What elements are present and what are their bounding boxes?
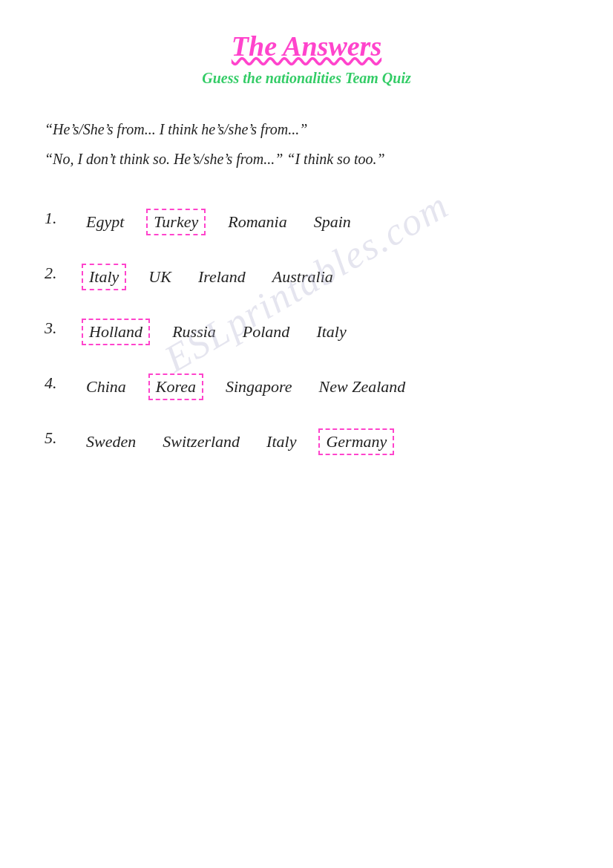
country: UK [144,266,176,288]
quiz-row: 1.EgyptTurkeyRomaniaSpain [45,209,568,235]
country-list: HollandRussiaPolandItaly [82,319,351,345]
phrases-block: “He’s/She’s from... I think he’s/she’s f… [45,117,568,172]
quiz-row: 3.HollandRussiaPolandItaly [45,319,568,345]
country: Sweden [82,431,140,453]
country-list: ChinaKoreaSingaporeNew Zealand [82,373,410,400]
answer-country: Italy [82,264,126,290]
country: Australia [268,266,338,288]
quiz-row: 4.ChinaKoreaSingaporeNew Zealand [45,373,568,400]
country-list: ItalyUKIrelandAustralia [82,264,338,290]
page-title: The Answers [45,30,568,62]
answer-country: Germany [318,428,394,455]
country: Switzerland [158,431,244,453]
country: Ireland [194,266,250,288]
country: New Zealand [315,376,410,398]
country: China [82,376,131,398]
country: Egypt [82,211,128,233]
country: Romania [223,211,291,233]
subtitle: Guess the nationalities Team Quiz [45,70,568,87]
country-list: EgyptTurkeyRomaniaSpain [82,209,355,235]
country: Italy [312,321,350,343]
quiz-rows: 1.EgyptTurkeyRomaniaSpain2.ItalyUKIrelan… [45,209,568,455]
country: Poland [238,321,295,343]
row-number: 2. [45,264,74,283]
row-number: 1. [45,209,74,228]
country: Russia [168,321,220,343]
answer-country: Korea [148,373,203,400]
phrase-line: “No, I don’t think so. He’s/she’s from..… [45,146,568,172]
quiz-row: 2.ItalyUKIrelandAustralia [45,264,568,290]
answer-country: Turkey [146,209,206,235]
row-number: 4. [45,373,74,393]
row-number: 5. [45,428,74,448]
country: Singapore [221,376,297,398]
phrase-line: “He’s/She’s from... I think he’s/she’s f… [45,117,568,142]
quiz-row: 5.SwedenSwitzerlandItalyGermany [45,428,568,455]
country: Spain [309,211,355,233]
row-number: 3. [45,319,74,338]
country: Italy [262,431,301,453]
answer-country: Holland [82,319,150,345]
country-list: SwedenSwitzerlandItalyGermany [82,428,394,455]
